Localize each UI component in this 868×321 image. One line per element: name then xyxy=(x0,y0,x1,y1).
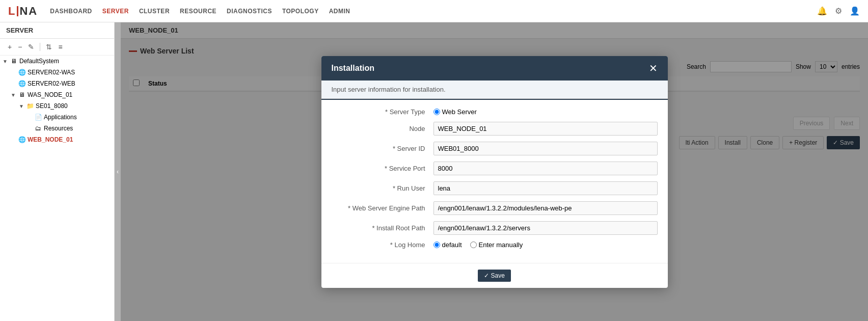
nav-items: DASHBOARD SERVER CLUSTER RESOURCE DIAGNO… xyxy=(50,6,805,17)
bell-icon[interactable]: 🔔 xyxy=(817,6,827,16)
toggle-server02-web xyxy=(10,81,16,87)
nav-dashboard[interactable]: DASHBOARD xyxy=(50,6,92,17)
sidebar: SERVER + − ✎ ⇅ ≡ ▼ 🖥 DefaultSystem 🌐 SER… xyxy=(0,22,115,321)
log-home-radio-group: default Enter manually xyxy=(433,241,523,249)
sidebar-title: SERVER xyxy=(6,26,33,34)
icon-se01-8080: 📁 xyxy=(26,102,34,110)
server-id-label: * Server ID xyxy=(332,145,433,152)
run-user-label: * Run User xyxy=(332,184,433,192)
service-port-input[interactable] xyxy=(433,162,658,175)
nav-right: 🔔 ⚙ 👤 xyxy=(817,6,860,16)
toggle-defaultsystem: ▼ xyxy=(2,58,8,64)
icon-applications: 📄 xyxy=(34,113,42,121)
icon-server02-web: 🌐 xyxy=(18,79,26,88)
modal-close-button[interactable]: ✕ xyxy=(649,63,658,73)
icon-was-node-01: 🖥 xyxy=(18,91,26,99)
radio-web-server-label: Web Server xyxy=(442,108,477,116)
list-action[interactable]: ≡ xyxy=(57,42,64,52)
radio-log-default[interactable]: default xyxy=(433,241,462,249)
sidebar-actions: + − ✎ ⇅ ≡ xyxy=(0,39,114,56)
main-content: WEB_NODE_01 Web Server List Search Show … xyxy=(121,22,868,321)
icon-web-node-01: 🌐 xyxy=(18,136,26,144)
tree-item-server02-was[interactable]: 🌐 SERVER02-WAS xyxy=(0,67,114,78)
nav-topology[interactable]: TOPOLOGY xyxy=(282,6,319,17)
label-resources: Resources xyxy=(44,125,73,132)
label-web-node-01: WEB_NODE_01 xyxy=(28,136,73,143)
radio-log-default-label: default xyxy=(442,241,462,249)
modal-form: * Server Type Web Server Node xyxy=(321,100,668,263)
label-was-node-01: WAS_NODE_01 xyxy=(28,91,72,98)
layout: SERVER + − ✎ ⇅ ≡ ▼ 🖥 DefaultSystem 🌐 SER… xyxy=(0,22,868,321)
form-row-service-port: * Service Port xyxy=(332,162,658,175)
form-row-server-id: * Server ID xyxy=(332,142,658,155)
modal-header: Installation ✕ xyxy=(321,56,668,81)
nav-diagnostics[interactable]: DIAGNOSTICS xyxy=(227,6,272,17)
add-action[interactable]: + xyxy=(6,42,13,52)
toggle-server02-was xyxy=(10,69,16,75)
user-icon[interactable]: 👤 xyxy=(850,6,860,16)
radio-log-default-input[interactable] xyxy=(433,242,440,248)
toggle-applications xyxy=(26,114,33,120)
form-row-web-engine-path: * Web Server Engine Path xyxy=(332,201,658,215)
modal-footer: ✓ Save xyxy=(321,263,668,288)
radio-log-manual-input[interactable] xyxy=(470,242,477,248)
icon-defaultsystem: 🖥 xyxy=(10,57,18,65)
form-row-run-user: * Run User xyxy=(332,181,658,195)
modal-info-text: Input server information for installatio… xyxy=(332,86,446,93)
tree-item-se01-8080[interactable]: ▼ 📁 SE01_8080 xyxy=(0,100,114,112)
web-engine-path-label: * Web Server Engine Path xyxy=(332,204,433,212)
tree-item-server02-web[interactable]: 🌐 SERVER02-WEB xyxy=(0,78,114,89)
install-root-input[interactable] xyxy=(433,221,658,235)
modal-save-button[interactable]: ✓ Save xyxy=(478,270,511,282)
nav-server[interactable]: SERVER xyxy=(102,6,129,17)
toggle-se01-8080: ▼ xyxy=(18,103,24,109)
form-row-log-home: * Log Home default Enter manually xyxy=(332,241,658,249)
form-row-node: Node xyxy=(332,122,658,136)
top-nav: LNA DASHBOARD SERVER CLUSTER RESOURCE DI… xyxy=(0,0,868,22)
tree-item-applications[interactable]: 📄 Applications xyxy=(0,112,114,123)
tree-item-defaultsystem[interactable]: ▼ 🖥 DefaultSystem xyxy=(0,56,114,67)
radio-web-server-input[interactable] xyxy=(433,109,440,115)
toggle-was-node-01: ▼ xyxy=(10,92,16,98)
install-root-label: * Install Root Path xyxy=(332,224,433,232)
modal-info: Input server information for installatio… xyxy=(321,81,668,99)
tree-item-web-node-01[interactable]: 🌐 WEB_NODE_01 xyxy=(0,134,114,145)
run-user-input[interactable] xyxy=(433,181,658,195)
server-type-label: * Server Type xyxy=(332,108,433,116)
logo-bar xyxy=(17,6,18,16)
nav-cluster[interactable]: CLUSTER xyxy=(139,6,170,17)
toggle-web-node-01 xyxy=(10,137,16,143)
label-applications: Applications xyxy=(44,114,77,121)
logo-text: NA xyxy=(19,5,38,18)
edit-action[interactable]: ✎ xyxy=(26,42,36,52)
radio-web-server[interactable]: Web Server xyxy=(433,108,477,116)
form-row-server-type: * Server Type Web Server xyxy=(332,108,658,116)
toggle-resources xyxy=(26,125,33,131)
radio-log-manual[interactable]: Enter manually xyxy=(470,241,523,249)
log-home-label: * Log Home xyxy=(332,241,433,249)
logo-l: L xyxy=(8,5,16,18)
node-input[interactable] xyxy=(433,122,658,136)
logo: LNA xyxy=(8,5,38,18)
nav-resource[interactable]: RESOURCE xyxy=(180,6,216,17)
modal-title: Installation xyxy=(332,64,374,73)
label-se01-8080: SE01_8080 xyxy=(36,102,68,110)
divider xyxy=(40,43,40,51)
tree-item-was-node-01[interactable]: ▼ 🖥 WAS_NODE_01 xyxy=(0,89,114,100)
collapse-handle[interactable]: ‹ xyxy=(115,22,121,321)
nav-admin[interactable]: ADMIN xyxy=(329,6,350,17)
radio-log-manual-label: Enter manually xyxy=(479,241,523,249)
tree-item-resources[interactable]: 🗂 Resources xyxy=(0,123,114,134)
sort-action[interactable]: ⇅ xyxy=(44,42,53,52)
icon-server02-was: 🌐 xyxy=(18,68,26,76)
web-engine-path-input[interactable] xyxy=(433,201,658,215)
gear-icon[interactable]: ⚙ xyxy=(833,6,844,16)
label-server02-web: SERVER02-WEB xyxy=(28,80,75,87)
modal-overlay: Installation ✕ Input server information … xyxy=(121,22,868,321)
label-server02-was: SERVER02-WAS xyxy=(28,69,75,76)
server-id-input[interactable] xyxy=(433,142,658,155)
node-label: Node xyxy=(332,125,433,132)
remove-action[interactable]: − xyxy=(16,42,23,52)
server-type-radio-group: Web Server xyxy=(433,108,477,116)
label-defaultsystem: DefaultSystem xyxy=(19,58,59,65)
